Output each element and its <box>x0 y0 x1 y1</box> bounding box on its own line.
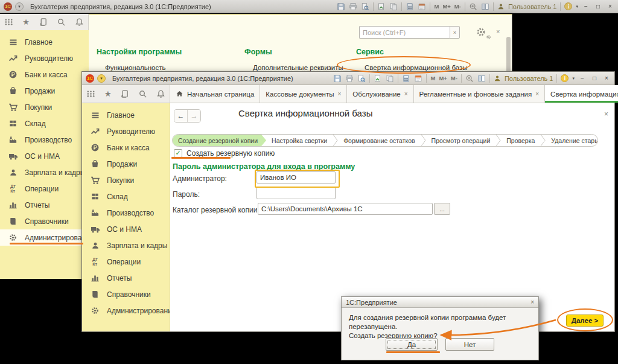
tab-close-icon[interactable]: × <box>535 91 539 97</box>
info-icon[interactable]: i <box>564 2 572 10</box>
send-document-icon[interactable] <box>374 74 382 83</box>
link-additional-attributes[interactable]: Дополнительные реквизиты <box>244 64 343 71</box>
zoom-icon[interactable] <box>469 2 477 11</box>
sidebar-item-prodazhi[interactable]: Продажи <box>82 156 170 172</box>
browse-button[interactable]: ... <box>434 203 450 215</box>
user-button[interactable]: Пользователь 1 <box>505 75 553 82</box>
sidebar-item-otchety[interactable]: Отчеты <box>82 270 170 286</box>
link-functionality[interactable]: Функциональность <box>97 64 182 71</box>
copy-document-icon[interactable] <box>386 74 394 83</box>
tab-close-icon[interactable]: × <box>404 91 408 97</box>
link-database-compression[interactable]: Свертка информационной базы <box>356 64 468 71</box>
menu-grid-icon[interactable] <box>86 89 95 98</box>
dialog-close-icon[interactable]: × <box>530 299 534 305</box>
print-icon[interactable] <box>345 74 354 83</box>
panel-settings-gear-icon[interactable] <box>476 27 491 40</box>
sidebar-item-prodazhi[interactable]: Продажи <box>0 83 89 99</box>
calendar-icon[interactable] <box>418 2 426 11</box>
backup-folder-input[interactable] <box>258 203 433 215</box>
minimize-button[interactable]: − <box>582 3 590 10</box>
search-clear-icon[interactable]: × <box>450 26 460 39</box>
administrator-input[interactable] <box>256 171 336 184</box>
yes-button[interactable]: Да <box>386 338 438 351</box>
sidebar-item-pokupki[interactable]: Покупки <box>82 172 170 188</box>
history-icon[interactable] <box>39 18 48 27</box>
save-icon[interactable] <box>337 2 345 11</box>
tab-scheduled-jobs[interactable]: Регламентные и фоновые задания × <box>414 85 546 103</box>
backup-checkbox[interactable]: ✓ <box>174 149 182 158</box>
send-document-icon[interactable] <box>377 2 386 11</box>
main-menu-button[interactable]: ▾ <box>15 2 24 11</box>
tab-database-compression[interactable]: Свертка информационной базы × <box>545 85 618 103</box>
sidebar-item-glavnoe[interactable]: Главное <box>0 34 89 50</box>
notifications-icon[interactable] <box>75 18 84 27</box>
zoom-icon[interactable] <box>465 74 474 83</box>
main-menu-button[interactable]: ▾ <box>97 74 106 83</box>
sidebar-item-glavnoe[interactable]: Главное <box>82 107 170 123</box>
split-window-icon[interactable] <box>477 74 486 83</box>
sidebar-item-os-i-nma[interactable]: ОС и НМА <box>82 221 170 237</box>
copy-document-icon[interactable] <box>389 2 398 11</box>
close-button[interactable]: × <box>602 75 611 81</box>
sidebar-item-zarplata-i-kadry[interactable]: Зарплата и кадры <box>0 164 89 180</box>
tab-cash-documents[interactable]: Кассовые документы × <box>260 85 347 103</box>
sidebar-item-os-i-nma[interactable]: ОС и НМА <box>0 148 89 164</box>
sidebar-item-rukovoditelyu[interactable]: Руководителю <box>82 123 170 139</box>
sidebar-item-administrirovanie[interactable]: Администрирование <box>82 302 170 319</box>
memory-minus-button[interactable]: M- <box>451 75 457 81</box>
maximize-button[interactable]: □ <box>594 3 602 10</box>
close-button[interactable]: × <box>606 3 614 10</box>
history-icon[interactable] <box>120 89 129 98</box>
tab-maintenance[interactable]: Обслуживание × <box>347 85 413 103</box>
forward-button[interactable]: → <box>187 110 200 122</box>
no-button[interactable]: Нет <box>445 338 494 351</box>
sidebar-item-spravochniki[interactable]: Справочники <box>82 286 170 302</box>
sidebar-item-sklad[interactable]: Склад <box>82 188 170 205</box>
info-icon[interactable]: i <box>561 74 569 82</box>
sidebar-item-operacii[interactable]: ДтКтОперации <box>82 254 170 270</box>
tab-home[interactable]: Начальная страница <box>170 85 260 103</box>
sidebar-item-proizvodstvo[interactable]: Производство <box>0 132 89 148</box>
notifications-icon[interactable] <box>156 89 165 98</box>
sidebar-item-zarplata-i-kadry[interactable]: Зарплата и кадры <box>82 237 170 254</box>
print-preview-icon[interactable] <box>357 74 366 83</box>
maximize-button[interactable]: □ <box>590 75 599 81</box>
sidebar-item-operacii[interactable]: ДтКтОперации <box>0 180 89 197</box>
print-icon[interactable] <box>349 2 357 11</box>
favorites-icon[interactable]: ★ <box>22 18 30 26</box>
sidebar-item-rukovoditelyu[interactable]: Руководителю <box>0 50 89 66</box>
calculator-icon[interactable] <box>402 74 410 83</box>
sidebar-item-pokupki[interactable]: Покупки <box>0 99 89 115</box>
memory-minus-button[interactable]: M- <box>454 3 461 10</box>
info-dropdown-icon[interactable]: ▾ <box>576 4 578 9</box>
search-input[interactable] <box>359 26 450 39</box>
calendar-icon[interactable] <box>414 74 422 83</box>
split-window-icon[interactable] <box>481 2 489 11</box>
next-button[interactable]: Далее > <box>566 315 604 327</box>
password-input[interactable] <box>256 187 336 199</box>
calculator-icon[interactable] <box>406 2 414 11</box>
sidebar-item-bank-i-kassa[interactable]: Банк и касса <box>82 139 170 156</box>
memory-plus-button[interactable]: M+ <box>442 3 450 10</box>
minimize-button[interactable]: − <box>578 75 587 81</box>
sidebar-item-sklad[interactable]: Склад <box>0 115 89 132</box>
sidebar-item-spravochniki[interactable]: Справочники <box>0 213 89 229</box>
favorites-icon[interactable]: ★ <box>104 90 112 98</box>
sidebar-item-bank-i-kassa[interactable]: Банк и касса <box>0 66 89 83</box>
menu-grid-icon[interactable] <box>4 18 13 27</box>
memory-plus-button[interactable]: M+ <box>439 75 447 81</box>
search-icon[interactable] <box>57 18 66 27</box>
search-icon[interactable] <box>138 89 147 98</box>
page-close-icon[interactable]: × <box>604 110 608 118</box>
tab-close-icon[interactable]: × <box>337 91 341 97</box>
user-button[interactable]: Пользователь 1 <box>508 3 557 10</box>
save-icon[interactable] <box>333 74 342 83</box>
memory-button[interactable]: M <box>430 75 435 81</box>
sidebar-item-administrirovanie[interactable]: Администрирование <box>0 229 89 246</box>
panel-close-icon[interactable]: × <box>496 28 500 35</box>
print-preview-icon[interactable] <box>361 2 369 11</box>
back-button[interactable]: ← <box>174 110 187 122</box>
memory-button[interactable]: M <box>434 3 439 10</box>
info-dropdown-icon[interactable]: ▾ <box>572 76 575 81</box>
sidebar-item-otchety[interactable]: Отчеты <box>0 197 89 213</box>
